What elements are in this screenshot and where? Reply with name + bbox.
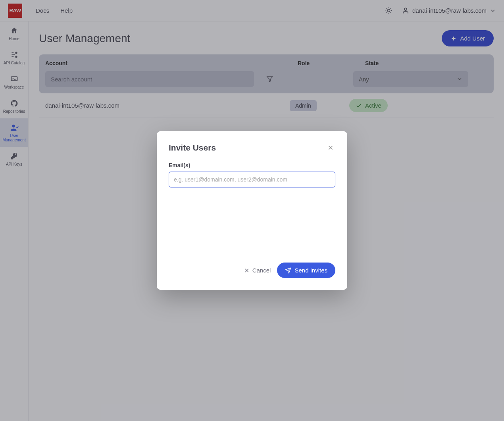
cancel-button[interactable]: Cancel	[244, 267, 271, 274]
email-field-label: Email(s)	[169, 162, 335, 168]
send-label: Send Invites	[294, 267, 327, 274]
send-icon	[285, 267, 291, 274]
modal-footer: Cancel Send Invites	[169, 255, 335, 278]
modal-title: Invite Users	[169, 143, 216, 153]
close-icon	[327, 144, 334, 151]
invite-users-modal: Invite Users Email(s) Cancel Send Invite…	[157, 131, 347, 290]
cancel-label: Cancel	[252, 267, 271, 274]
modal-body: Email(s)	[169, 162, 335, 255]
modal-header: Invite Users	[169, 143, 335, 153]
email-input[interactable]	[169, 172, 335, 187]
send-invites-button[interactable]: Send Invites	[277, 263, 335, 278]
modal-overlay[interactable]: Invite Users Email(s) Cancel Send Invite…	[0, 0, 504, 421]
close-icon	[244, 267, 250, 274]
modal-close-button[interactable]	[326, 143, 335, 153]
